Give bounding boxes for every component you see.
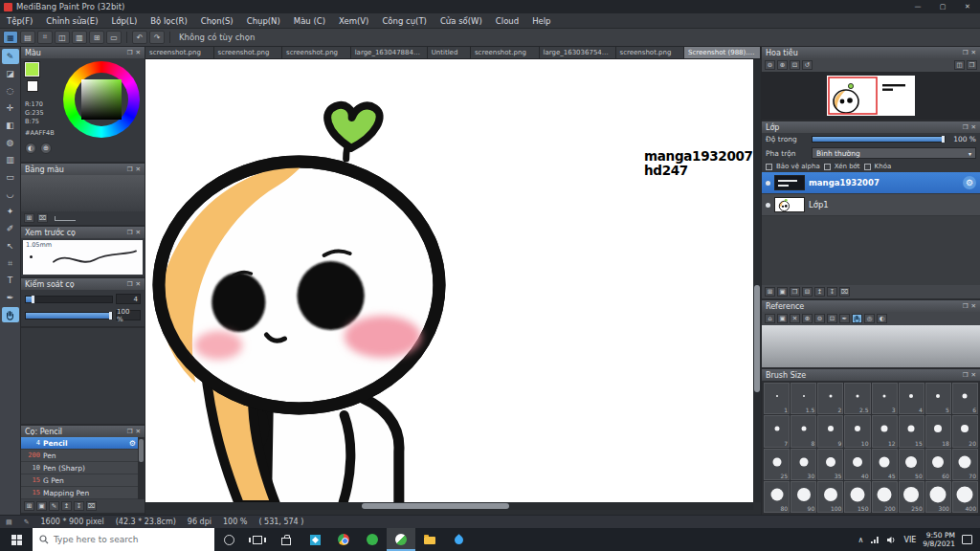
menu-cloud[interactable]: Cloud (489, 16, 525, 26)
color-picker-icon[interactable]: ⊕ (40, 143, 52, 154)
brush-size-option[interactable]: 15 (899, 415, 924, 447)
vertical-scroll-thumb[interactable] (754, 285, 760, 392)
flip-view-icon[interactable]: ◫ (954, 60, 965, 70)
close-icon[interactable]: ✕ (136, 49, 141, 56)
start-button[interactable] (0, 528, 33, 551)
brush-size-option[interactable]: 18 (925, 415, 951, 447)
move-tool[interactable]: ✛ (2, 100, 19, 116)
menu-window[interactable]: Cửa sổ(W) (434, 16, 489, 26)
select-tool[interactable]: ▭ (2, 169, 19, 185)
cortana-button[interactable] (214, 528, 243, 551)
layer-down-icon[interactable]: ↧ (827, 287, 837, 297)
brush-size-option[interactable]: 300 (925, 481, 951, 513)
fill-tool[interactable]: ◧ (2, 118, 19, 133)
menu-select[interactable]: Chọn(S) (194, 16, 240, 26)
operation-tool[interactable]: ↖ (2, 238, 19, 253)
menu-snap[interactable]: Chụp(N) (240, 16, 287, 26)
brush-size-option[interactable]: 80 (764, 481, 790, 513)
contrast-icon[interactable]: ◐ (877, 314, 887, 323)
paint-app-button[interactable] (444, 528, 473, 551)
snap-grid-icon[interactable]: ◫ (55, 31, 70, 44)
close-icon[interactable]: ✕ (136, 428, 141, 435)
menu-file[interactable]: Tệp(F) (0, 16, 39, 26)
document-tab-active[interactable]: Screenshot (988).png (684, 47, 761, 58)
brush-size-option[interactable]: 100 (817, 481, 843, 513)
brush-size-option[interactable]: 5 (925, 383, 951, 414)
undo-icon[interactable]: ↶ (132, 31, 147, 44)
menu-filter[interactable]: Bộ lọc(R) (144, 16, 194, 26)
document-tab[interactable]: screenshot.png (282, 47, 351, 58)
duplicate-layer-icon[interactable]: ❐ (790, 287, 800, 297)
document-tab[interactable]: screenshot.png (471, 47, 540, 58)
color-mode-icon[interactable]: ◐ (25, 143, 36, 154)
zoom-out-icon[interactable]: ⊖ (765, 60, 775, 70)
layer-thumbnail[interactable] (774, 197, 805, 212)
document-tab[interactable]: large_1630478842805.jpg (351, 47, 428, 58)
blur-tool[interactable]: ◌ (2, 83, 19, 99)
brush-size-value[interactable]: 4 (116, 294, 141, 304)
file-explorer-button[interactable] (415, 528, 444, 551)
save-icon[interactable]: ▤ (20, 31, 35, 44)
home-icon[interactable]: ⌂ (765, 314, 775, 323)
brush-size-option[interactable]: 3 (872, 383, 898, 414)
add-palette-color-icon[interactable]: ⊞ (24, 213, 34, 223)
reference-preview[interactable] (762, 325, 980, 367)
brush-size-option[interactable]: 2 (817, 383, 843, 414)
select-pen-tool[interactable]: ✐ (2, 221, 19, 236)
brush-size-option[interactable]: 7 (764, 415, 790, 447)
popout-icon[interactable]: ❐ (127, 280, 133, 288)
delete-palette-color-icon[interactable]: ⌧ (37, 213, 48, 223)
text-tool[interactable]: T (2, 273, 19, 288)
popout-icon[interactable]: ❐ (127, 428, 133, 435)
palette-entry[interactable] (55, 216, 76, 221)
layer-thumbnail[interactable] (774, 175, 805, 190)
brush-size-option[interactable]: 45 (872, 449, 898, 480)
action-center-icon[interactable] (962, 535, 972, 544)
green-app-button[interactable] (358, 528, 387, 551)
brush-size-option[interactable]: 2.5 (844, 383, 870, 414)
menu-view[interactable]: Xem(V) (332, 16, 375, 26)
brush-size-option[interactable]: 25 (764, 449, 790, 480)
brush-size-option[interactable]: 1 (764, 383, 790, 414)
brush-size-option[interactable]: 50 (899, 449, 924, 480)
bucket-tool[interactable]: ◍ (2, 135, 19, 150)
pen-pressure-icon[interactable]: ▤ (6, 518, 12, 526)
menu-help[interactable]: Help (525, 16, 557, 26)
canvas-horizontal-scrollbar[interactable] (145, 502, 753, 510)
brush-size-option[interactable]: 250 (899, 481, 924, 513)
saturation-value-picker[interactable] (81, 79, 122, 120)
brush-opacity-slider[interactable] (25, 312, 113, 320)
menu-layer[interactable]: Lớp(L) (105, 16, 145, 26)
brush-opacity-value[interactable]: 100 % (116, 310, 141, 320)
transform-icon[interactable]: ⌗ (37, 31, 53, 44)
brush-item[interactable]: 4 Pencil ⚙ (21, 437, 138, 450)
volume-icon[interactable] (886, 536, 897, 544)
canvas-icon[interactable]: ▦ (3, 31, 18, 44)
edit-status-icon[interactable]: ✎ (24, 518, 30, 526)
tray-expand-button[interactable]: ∧ (858, 536, 864, 544)
divide-tool[interactable]: ⌗ (2, 255, 19, 271)
delete-layer-icon[interactable]: ⌧ (839, 287, 850, 297)
brush-size-option[interactable]: 150 (844, 481, 870, 513)
delete-brush-icon[interactable]: ⌧ (86, 501, 97, 511)
store-button[interactable] (272, 528, 301, 551)
rotate-reset-icon[interactable]: ↺ (802, 60, 813, 70)
eyedropper-icon[interactable]: ✒ (839, 314, 850, 323)
brush-size-option[interactable]: 40 (844, 449, 870, 480)
clear-image-icon[interactable]: ✕ (790, 314, 800, 323)
brush-size-option[interactable]: 30 (791, 449, 816, 480)
brush-size-option[interactable]: 8 (791, 415, 816, 447)
navigator-preview[interactable] (762, 72, 980, 120)
close-icon[interactable]: ✕ (971, 49, 976, 56)
foreground-color-swatch[interactable] (25, 62, 39, 77)
close-icon[interactable]: ✕ (136, 165, 141, 173)
popout-icon[interactable]: ❐ (963, 123, 969, 131)
lock-checkbox[interactable] (864, 164, 871, 170)
brush-size-option[interactable]: 70 (952, 449, 978, 480)
fullview-icon[interactable]: ❒ (967, 60, 977, 70)
brush-settings-icon[interactable]: ⚙ (129, 439, 136, 448)
brush-size-slider[interactable] (25, 296, 113, 303)
eraser-tool[interactable]: ◪ (2, 66, 19, 81)
document-tab[interactable]: screenshot.png (616, 47, 685, 58)
brush-size-option[interactable]: 6 (952, 383, 978, 414)
